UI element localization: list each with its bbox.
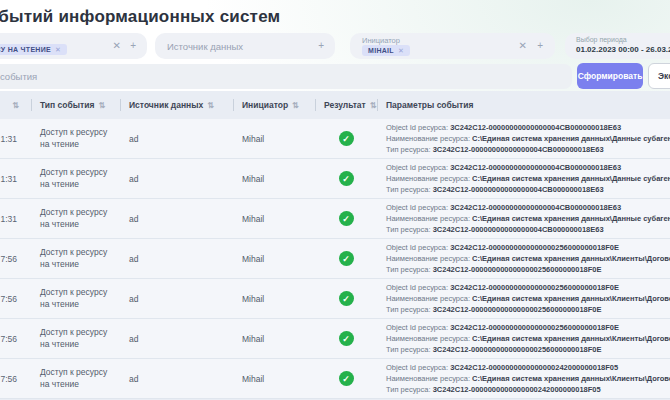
cell-params: Object Id ресурса: 3C242C12-000000000000…	[377, 359, 670, 398]
table-header: ⇅ Тип события ⇅ Источник данных ⇅ Инициа…	[0, 91, 670, 119]
cell-params: Object Id ресурса: 3C242C12-000000000000…	[377, 199, 670, 238]
sort-icon[interactable]: ⇅	[370, 101, 377, 110]
table-row[interactable]: 7:56 Доступ к ресурсу на чтение ad Mihai…	[0, 279, 670, 319]
add-filter-icon[interactable]: +	[537, 40, 543, 52]
period-label: Выбор периода	[576, 36, 627, 43]
cell-event-type: Доступ к ресурсу на чтение	[31, 159, 120, 198]
search-input[interactable]	[0, 64, 572, 89]
success-check-icon: ✓	[339, 171, 354, 186]
filter-event-type[interactable]: ДОСТУП К РЕСУРСУ НА ЧТЕНИЕ ✕ ✕ +	[0, 33, 147, 59]
cell-initiator: Mihail	[233, 159, 315, 198]
param-resource-type: Тип ресурса: 3C242C12-00000000000000004C…	[386, 184, 604, 195]
cell-result: ✓	[315, 239, 377, 278]
cell-datetime: 1:31	[0, 119, 31, 158]
param-object-id: Object Id ресурса: 3C242C12-000000000000…	[386, 162, 621, 173]
header-cell-params: Параметры события	[377, 91, 670, 119]
cell-initiator: Mihail	[233, 119, 315, 158]
header-cell-datetime[interactable]: ⇅	[0, 91, 31, 119]
param-resource-name: Наименование ресурса: C:\Единая система …	[386, 333, 670, 344]
cell-datetime: 1:31	[0, 159, 31, 198]
cell-event-type: Доступ к ресурсу на чтение	[31, 239, 120, 278]
param-resource-type: Тип ресурса: 3C242C12-00000000000000004C…	[386, 144, 604, 155]
app-viewport: событий информационных систем ДОСТУП К Р…	[0, 0, 670, 400]
cell-data-source: ad	[120, 239, 233, 278]
clear-filter-icon[interactable]: ✕	[519, 40, 527, 52]
param-object-id: Object Id ресурса: 3C242C12-000000000000…	[386, 202, 621, 213]
filter-initiator[interactable]: Инициатор MIHAIL ✕ ✕ +	[350, 33, 555, 59]
param-object-id: Object Id ресурса: 3C242C12-000000000000…	[386, 282, 619, 293]
event-type-chip[interactable]: ДОСТУП К РЕСУРСУ НА ЧТЕНИЕ ✕	[0, 44, 67, 55]
table-row[interactable]: 1:31 Доступ к ресурсу на чтение ad Mihai…	[0, 159, 670, 199]
table-row[interactable]: 1:31 Доступ к ресурсу на чтение ad Mihai…	[0, 119, 670, 159]
cell-event-type: Доступ к ресурсу на чтение	[31, 279, 120, 318]
table-row[interactable]: 7:56 Доступ к ресурсу на чтение ad Mihai…	[0, 239, 670, 279]
cell-result: ✓	[315, 319, 377, 358]
param-resource-type: Тип ресурса: 3C242C12-00000000000000004C…	[386, 224, 604, 235]
cell-params: Object Id ресурса: 3C242C12-000000000000…	[377, 119, 670, 158]
success-check-icon: ✓	[339, 251, 354, 266]
param-object-id: Object Id ресурса: 3C242C12-000000000000…	[386, 322, 619, 333]
filter-data-source[interactable]: Источник данных +	[155, 33, 335, 59]
cell-data-source: ad	[120, 279, 233, 318]
cell-params: Object Id ресурса: 3C242C12-000000000000…	[377, 319, 670, 358]
cell-datetime: 7:56	[0, 319, 31, 358]
cell-initiator: Mihail	[233, 279, 315, 318]
generate-report-button[interactable]: Сформировать	[577, 63, 643, 89]
cell-event-type: Доступ к ресурсу на чтение	[31, 319, 120, 358]
cell-initiator: Mihail	[233, 359, 315, 398]
header-cell-data-source[interactable]: Источник данных ⇅	[120, 91, 233, 119]
param-resource-name: Наименование ресурса: C:\Единая система …	[386, 173, 670, 184]
param-object-id: Object Id ресурса: 3C242C12-000000000000…	[386, 242, 619, 253]
param-resource-type: Тип ресурса: 3C242C12-000000000000000025…	[386, 264, 602, 275]
initiator-chip[interactable]: MIHAIL ✕	[362, 45, 410, 56]
cell-initiator: Mihail	[233, 319, 315, 358]
cell-event-type: Доступ к ресурсу на чтение	[31, 359, 120, 398]
param-resource-type: Тип ресурса: 3C242C12-000000000000000025…	[386, 304, 602, 315]
initiator-label: Инициатор	[362, 36, 400, 45]
period-value: 01.02.2023 00:00 - 26.03.2024 23:59	[576, 45, 670, 54]
param-resource-name: Наименование ресурса: C:\Единая система …	[386, 133, 670, 144]
header-cell-result[interactable]: Результат ⇅	[315, 91, 377, 119]
cell-data-source: ad	[120, 199, 233, 238]
param-object-id: Object Id ресурса: 3C242C12-000000000000…	[386, 122, 621, 133]
param-resource-type: Тип ресурса: 3C242C12-000000000000000024…	[386, 384, 601, 395]
cell-datetime: 7:56	[0, 359, 31, 398]
table-row[interactable]: 7:56 Доступ к ресурсу на чтение ad Mihai…	[0, 319, 670, 359]
param-resource-name: Наименование ресурса: C:\Единая система …	[386, 293, 670, 304]
cell-datetime: 7:56	[0, 279, 31, 318]
sort-icon[interactable]: ⇅	[292, 101, 299, 110]
sort-icon[interactable]: ⇅	[207, 101, 214, 110]
param-resource-name: Наименование ресурса: C:\Единая система …	[386, 213, 670, 224]
table-row[interactable]: 1:31 Доступ к ресурсу на чтение ad Mihai…	[0, 199, 670, 239]
success-check-icon: ✓	[339, 371, 354, 386]
chip-remove-icon[interactable]: ✕	[398, 47, 404, 55]
param-object-id: Object Id ресурса: 3C242C12-000000000000…	[386, 362, 618, 373]
cell-result: ✓	[315, 199, 377, 238]
page-title: событий информационных систем	[0, 7, 280, 27]
header-cell-event-type[interactable]: Тип события ⇅	[31, 91, 120, 119]
param-resource-name: Наименование ресурса: C:\Единая система …	[386, 373, 670, 384]
add-filter-icon[interactable]: +	[130, 40, 136, 52]
header-cell-initiator[interactable]: Инициатор ⇅	[233, 91, 315, 119]
cell-params: Object Id ресурса: 3C242C12-000000000000…	[377, 239, 670, 278]
cell-event-type: Доступ к ресурсу на чтение	[31, 119, 120, 158]
chip-remove-icon[interactable]: ✕	[55, 46, 61, 54]
clear-filter-icon[interactable]: ✕	[113, 40, 121, 52]
period-selector[interactable]: Выбор периода 01.02.2023 00:00 - 26.03.2…	[565, 33, 670, 59]
sort-icon[interactable]: ⇅	[12, 101, 19, 110]
sort-icon[interactable]: ⇅	[98, 101, 105, 110]
add-filter-icon[interactable]: +	[318, 40, 324, 52]
param-resource-name: Наименование ресурса: C:\Единая система …	[386, 253, 670, 264]
cell-data-source: ad	[120, 119, 233, 158]
cell-data-source: ad	[120, 359, 233, 398]
cell-result: ✓	[315, 119, 377, 158]
cell-event-type: Доступ к ресурсу на чтение	[31, 199, 120, 238]
cell-result: ✓	[315, 359, 377, 398]
success-check-icon: ✓	[339, 291, 354, 306]
export-button[interactable]: Экспорт	[648, 63, 670, 89]
initiator-chip-label: MIHAIL	[368, 47, 394, 54]
table-body: 1:31 Доступ к ресурсу на чтение ad Mihai…	[0, 119, 670, 399]
success-check-icon: ✓	[339, 131, 354, 146]
events-table: ⇅ Тип события ⇅ Источник данных ⇅ Инициа…	[0, 91, 670, 400]
table-row[interactable]: 7:56 Доступ к ресурсу на чтение ad Mihai…	[0, 359, 670, 399]
